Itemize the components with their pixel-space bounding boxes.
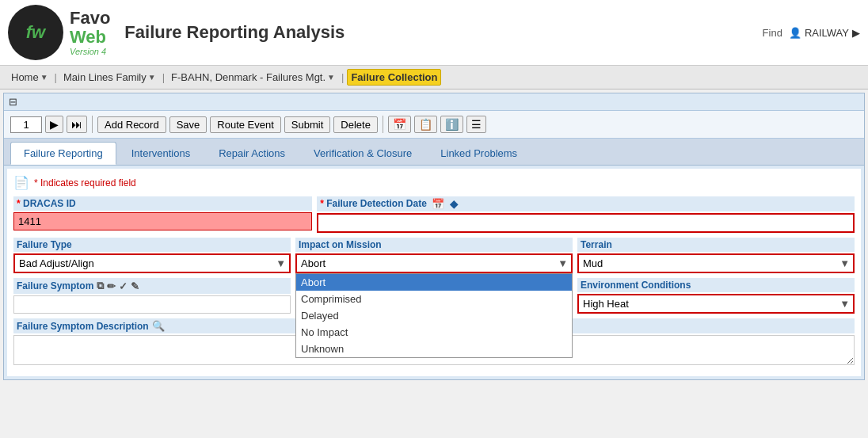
fdd-required-star: * [320, 198, 324, 209]
impact-on-mission-field: Impact on Mission ▼ Abort Comprimised De… [295, 238, 573, 273]
required-note-row: 📄 * Indicates required field [13, 175, 855, 190]
pencil-small-icon[interactable]: ✎ [131, 280, 139, 292]
tab-linked-problems[interactable]: Linked Problems [427, 142, 531, 165]
main-panel: ⊟ 1 ▶ ⏭ Add Record Save Route Event Subm… [3, 93, 865, 380]
tab-verification-closure-label: Verification & Closure [314, 147, 412, 159]
edit-small-icon[interactable]: ✏ [107, 280, 116, 292]
terrain-input[interactable] [579, 255, 836, 272]
form-area: 📄 * Indicates required field * DRACAS ID… [7, 169, 861, 376]
nav-home[interactable]: Home ▼ [8, 70, 51, 85]
failure-symptom-input[interactable] [13, 295, 291, 314]
logo-area: fw Favo Web Version 4 Failure Reporting … [8, 5, 345, 60]
nav-home-arrow: ▼ [40, 73, 48, 82]
impact-option-delayed[interactable]: Delayed [296, 307, 572, 324]
tab-interventions[interactable]: Interventions [118, 142, 204, 165]
nav-failure-collection-label: Failure Collection [351, 71, 437, 83]
impact-dropdown-list: Abort Comprimised Delayed No Impact Unkn… [295, 273, 573, 358]
arrow-icon[interactable]: ◆ [450, 198, 458, 210]
environment-conditions-input[interactable] [579, 295, 836, 312]
logo-circle: fw [8, 5, 63, 60]
last-record-button[interactable]: ⏭ [67, 116, 87, 133]
info-icon-button[interactable]: ℹ️ [440, 116, 463, 133]
failure-type-label: Failure Type [13, 238, 291, 252]
nav-fbahn-arrow: ▼ [327, 73, 335, 82]
impact-option-unknown[interactable]: Unknown [296, 341, 572, 357]
find-label: Find [763, 27, 782, 39]
tab-verification-closure[interactable]: Verification & Closure [300, 142, 425, 165]
nav-main-lines-label: Main Lines Family [63, 71, 147, 83]
terrain-label: Terrain [577, 238, 855, 252]
nav-sep-3: | [341, 71, 344, 83]
failure-detection-date-input[interactable] [317, 213, 855, 233]
impact-option-comprimised[interactable]: Comprimised [296, 291, 572, 307]
calendar-toolbar-icon[interactable]: 📅 [388, 116, 411, 133]
search-small-icon[interactable]: 🔍 [152, 320, 165, 332]
list-icon-button[interactable]: ☰ [466, 116, 486, 133]
nav-failure-collection[interactable]: Failure Collection [347, 69, 441, 86]
nav-home-label: Home [11, 71, 39, 83]
impact-on-mission-label-text: Impact on Mission [299, 239, 382, 250]
failure-detection-date-label: * Failure Detection Date 📅 ◆ [317, 196, 855, 211]
failure-type-label-text: Failure Type [17, 239, 72, 250]
dracas-id-input[interactable] [13, 212, 312, 230]
toolbar-separator-2 [383, 116, 383, 133]
submit-button[interactable]: Submit [284, 116, 330, 133]
dracas-id-label: * DRACAS ID [13, 196, 312, 211]
tab-failure-reporting[interactable]: Failure Reporting [10, 142, 116, 165]
logo-fw-f: f [26, 22, 32, 42]
delete-button[interactable]: Delete [333, 116, 378, 133]
toolbar: 1 ▶ ⏭ Add Record Save Route Event Submit… [4, 111, 864, 139]
save-button[interactable]: Save [169, 116, 207, 133]
tab-repair-actions[interactable]: Repair Actions [205, 142, 299, 165]
check-small-icon[interactable]: ✓ [119, 280, 128, 292]
logo-favo: Favo [70, 9, 110, 28]
copy-small-icon[interactable]: ⧉ [97, 280, 104, 292]
failure-type-select-wrapper: ▼ [13, 253, 291, 273]
environment-conditions-dropdown-arrow[interactable]: ▼ [836, 296, 853, 311]
calendar-icon[interactable]: 📅 [432, 198, 444, 210]
railway-button[interactable]: 👤 RAILWAY ▶ [789, 27, 860, 39]
required-note-text: * Indicates required field [34, 177, 136, 189]
tab-failure-reporting-label: Failure Reporting [24, 147, 103, 159]
environment-conditions-field: Environment Conditions ▼ [577, 278, 855, 314]
add-record-button[interactable]: Add Record [97, 116, 166, 133]
failure-type-dropdown-arrow[interactable]: ▼ [272, 256, 289, 271]
tab-repair-actions-label: Repair Actions [219, 147, 285, 159]
logo-text: Favo Web Version 4 [70, 9, 110, 56]
impact-dropdown-arrow[interactable]: ▼ [554, 256, 571, 271]
failure-symptom-label-text: Failure Symptom [17, 280, 93, 291]
impact-option-abort[interactable]: Abort [296, 274, 572, 291]
record-number-input[interactable]: 1 [10, 116, 42, 133]
terrain-dropdown-arrow[interactable]: ▼ [836, 256, 853, 271]
nav-sep-1: | [55, 71, 57, 83]
play-button[interactable]: ▶ [45, 116, 63, 133]
nav-fbahn[interactable]: F-BAHN, Denmark - Failures Mgt. ▼ [168, 70, 338, 85]
impact-option-no-impact[interactable]: No Impact [296, 324, 572, 341]
failure-detection-date-field: * Failure Detection Date 📅 ◆ [317, 196, 855, 233]
note-icon: 📄 [13, 175, 29, 190]
nav-main-lines[interactable]: Main Lines Family ▼ [60, 70, 159, 85]
person-icon: 👤 [789, 27, 801, 39]
top-right: Find 👤 RAILWAY ▶ [763, 27, 860, 39]
impact-on-mission-label: Impact on Mission [295, 238, 573, 252]
copy-icon-button[interactable]: 📋 [414, 116, 437, 133]
chevron-right-icon: ▶ [852, 27, 860, 39]
tab-bar: Failure Reporting Interventions Repair A… [4, 139, 864, 166]
environment-conditions-label-text: Environment Conditions [581, 280, 691, 291]
form-row-1: * DRACAS ID * Failure Detection Date 📅 ◆ [13, 196, 855, 233]
impact-on-mission-input[interactable] [297, 255, 554, 272]
expand-icon[interactable]: ⊟ [9, 96, 17, 108]
top-bar: fw Favo Web Version 4 Failure Reporting … [0, 0, 868, 66]
dracas-id-label-text: DRACAS ID [23, 198, 76, 209]
route-event-button[interactable]: Route Event [210, 116, 281, 133]
terrain-label-text: Terrain [581, 239, 612, 250]
logo-web: Web [70, 28, 110, 47]
tab-interventions-label: Interventions [131, 147, 190, 159]
toolbar-separator-1 [92, 116, 93, 133]
form-row-2: Failure Type ▼ Impact on Mission ▼ [13, 238, 855, 273]
failure-type-input[interactable] [15, 255, 272, 272]
failure-symptom-field: Failure Symptom ⧉ ✏ ✓ ✎ [13, 278, 291, 314]
impact-on-mission-select-wrapper: ▼ [295, 253, 573, 273]
nav-fbahn-label: F-BAHN, Denmark - Failures Mgt. [171, 71, 326, 83]
railway-label: RAILWAY [805, 27, 849, 39]
